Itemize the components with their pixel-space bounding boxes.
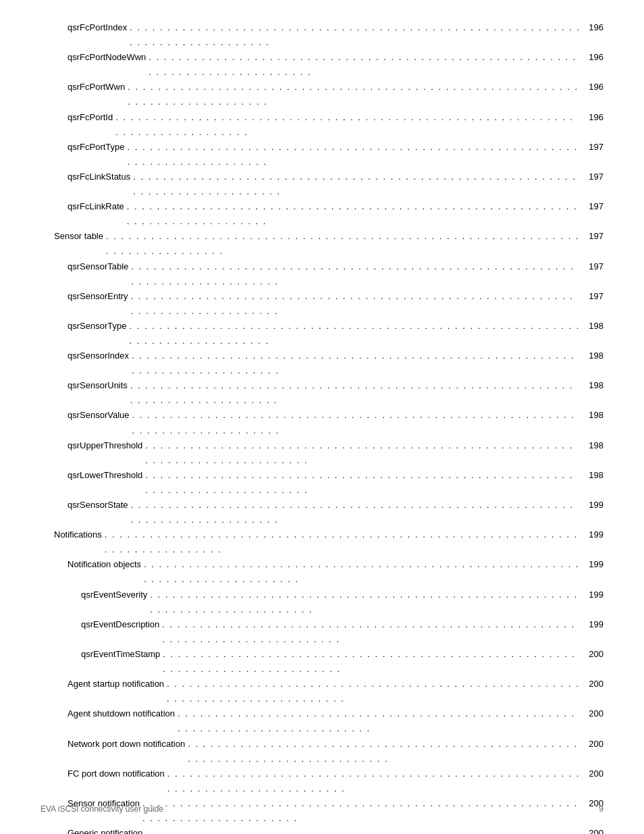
- toc-entry: FC port down notification . . . . . . . …: [41, 766, 603, 796]
- toc-entry-label: FC port down notification: [68, 766, 165, 781]
- toc-entry-label: qsrSensorTable: [68, 259, 128, 274]
- toc-entry-dots: . . . . . . . . . . . . . . . . . . . . …: [162, 617, 581, 647]
- toc-entry-label: qsrEventDescription: [81, 617, 159, 632]
- toc-entry-page: 200: [583, 647, 603, 662]
- toc-entry-label: qsrFcPortNodeWwn: [68, 50, 146, 65]
- toc-entry-label: qsrFcPortId: [68, 110, 113, 125]
- toc-entry-page: 197: [583, 289, 603, 304]
- toc-entry-page: 199: [583, 617, 603, 632]
- toc-entry-page: 196: [583, 20, 603, 35]
- toc-entry-label: qsrSensorEntry: [68, 289, 128, 304]
- toc-entry-dots: . . . . . . . . . . . . . . . . . . . . …: [129, 319, 581, 348]
- toc-entry-label: qsrFcLinkRate: [68, 199, 124, 214]
- toc-entry: Notifications . . . . . . . . . . . . . …: [41, 527, 603, 557]
- toc-entry: qsrFcPortWwn . . . . . . . . . . . . . .…: [41, 80, 603, 109]
- toc-entry-page: 197: [583, 199, 603, 214]
- toc-entry: qsrFcPortIndex . . . . . . . . . . . . .…: [41, 20, 603, 50]
- toc-entry-dots: . . . . . . . . . . . . . . . . . . . . …: [130, 378, 581, 408]
- toc-entry: qsrSensorEntry . . . . . . . . . . . . .…: [41, 289, 603, 319]
- toc-entry-dots: . . . . . . . . . . . . . . . . . . . . …: [163, 647, 581, 677]
- toc-entry: qsrSensorTable . . . . . . . . . . . . .…: [41, 259, 603, 289]
- toc-entry-dots: . . . . . . . . . . . . . . . . . . . . …: [145, 438, 581, 468]
- toc-entry-page: 197: [583, 140, 603, 155]
- toc-entry-dots: . . . . . . . . . . . . . . . . . . . . …: [132, 348, 581, 378]
- toc-entry-label: Notification objects: [68, 557, 141, 572]
- toc-initial-entries: qsrFcPortIndex . . . . . . . . . . . . .…: [41, 20, 603, 834]
- toc-entry: Agent shutdown notification . . . . . . …: [41, 706, 603, 736]
- toc-entry-label: qsrLowerThreshold: [68, 468, 142, 483]
- toc-entry-label: qsrFcPortIndex: [68, 20, 127, 35]
- toc-entry-page: 199: [583, 527, 603, 542]
- toc-entry: Notification objects . . . . . . . . . .…: [41, 557, 603, 587]
- page-footer: EVA iSCSI connectivity user guide 9: [0, 804, 644, 814]
- toc-entry-label: Agent shutdown notification: [68, 706, 175, 721]
- toc-entry-label: qsrEventTimeStamp: [81, 647, 160, 662]
- toc-entry-label: Notifications: [54, 527, 102, 542]
- toc-entry: qsrSensorUnits . . . . . . . . . . . . .…: [41, 378, 603, 408]
- toc-entry-page: 200: [583, 706, 603, 721]
- toc-entry: qsrSensorState . . . . . . . . . . . . .…: [41, 498, 603, 527]
- toc-entry-label: qsrSensorType: [68, 319, 126, 334]
- toc-entry-page: 196: [583, 110, 603, 125]
- footer-page: 9: [599, 804, 603, 814]
- toc-entry-dots: . . . . . . . . . . . . . . . . . . . . …: [145, 468, 581, 498]
- toc-entry: Agent startup notification . . . . . . .…: [41, 677, 603, 706]
- toc-entry-label: qsrFcPortWwn: [68, 80, 125, 95]
- toc-entry-dots: . . . . . . . . . . . . . . . . . . . . …: [131, 289, 581, 319]
- toc-entry: qsrFcPortType . . . . . . . . . . . . . …: [41, 140, 603, 170]
- toc-entry-dots: . . . . . . . . . . . . . . . . . . . . …: [188, 737, 581, 766]
- toc-entry-dots: . . . . . . . . . . . . . . . . . . . . …: [150, 588, 581, 617]
- toc-entry-page: 197: [583, 259, 603, 274]
- toc-entry-label: qsrFcLinkStatus: [68, 170, 130, 184]
- toc-entry-page: 198: [583, 378, 603, 393]
- toc-entry: Network port down notification . . . . .…: [41, 737, 603, 766]
- toc-entry-label: Agent startup notification: [68, 677, 164, 692]
- toc-entry: Generic notification . . . . . . . . . .…: [41, 826, 603, 834]
- toc-entry-page: 200: [583, 737, 603, 752]
- toc-entry-dots: . . . . . . . . . . . . . . . . . . . . …: [115, 110, 581, 140]
- toc-entry-dots: . . . . . . . . . . . . . . . . . . . . …: [167, 766, 581, 796]
- toc-entry-dots: . . . . . . . . . . . . . . . . . . . . …: [105, 527, 581, 557]
- toc-entry-page: 200: [583, 826, 603, 834]
- toc-entry: qsrFcPortNodeWwn . . . . . . . . . . . .…: [41, 50, 603, 80]
- toc-entry: qsrSensorType . . . . . . . . . . . . . …: [41, 319, 603, 348]
- toc-entry: qsrFcLinkRate . . . . . . . . . . . . . …: [41, 199, 603, 229]
- toc-entry-label: Sensor table: [54, 229, 103, 244]
- footer-title: EVA iSCSI connectivity user guide: [41, 804, 163, 814]
- toc-entry-dots: . . . . . . . . . . . . . . . . . . . . …: [128, 140, 581, 170]
- toc-entry-page: 196: [583, 80, 603, 95]
- toc-entry: qsrFcLinkStatus . . . . . . . . . . . . …: [41, 170, 603, 199]
- toc-entry-label: Generic notification: [68, 826, 142, 834]
- toc-entry-page: 198: [583, 438, 603, 453]
- toc-entry-dots: . . . . . . . . . . . . . . . . . . . . …: [145, 826, 581, 834]
- toc-entry-label: qsrFcPortType: [68, 140, 125, 155]
- toc-entry-dots: . . . . . . . . . . . . . . . . . . . . …: [128, 80, 581, 109]
- toc-entry: qsrUpperThreshold . . . . . . . . . . . …: [41, 438, 603, 468]
- toc-entry-page: 198: [583, 468, 603, 483]
- toc-entry-dots: . . . . . . . . . . . . . . . . . . . . …: [149, 50, 581, 80]
- toc-entry-label: qsrUpperThreshold: [68, 438, 142, 453]
- toc-entry: qsrSensorValue . . . . . . . . . . . . .…: [41, 408, 603, 438]
- toc-entry: qsrLowerThreshold . . . . . . . . . . . …: [41, 468, 603, 498]
- toc-entry: qsrSensorIndex . . . . . . . . . . . . .…: [41, 348, 603, 378]
- toc-entry-dots: . . . . . . . . . . . . . . . . . . . . …: [178, 706, 581, 736]
- toc-entry-dots: . . . . . . . . . . . . . . . . . . . . …: [106, 229, 581, 259]
- toc-entry-label: qsrSensorIndex: [68, 348, 129, 363]
- toc-entry-page: 196: [583, 50, 603, 65]
- toc-entry-page: 199: [583, 498, 603, 513]
- toc-entry-page: 199: [583, 557, 603, 572]
- toc-entry-label: qsrEventSeverity: [81, 588, 147, 602]
- toc-entry-dots: . . . . . . . . . . . . . . . . . . . . …: [133, 170, 581, 199]
- toc-entry: Sensor table . . . . . . . . . . . . . .…: [41, 229, 603, 259]
- toc-entry-label: qsrSensorUnits: [68, 378, 128, 393]
- toc-entry-label: Network port down notification: [68, 737, 185, 752]
- toc-entry-page: 199: [583, 588, 603, 602]
- toc-entry-page: 198: [583, 319, 603, 334]
- toc-entry-page: 197: [583, 229, 603, 244]
- toc-entry-page: 197: [583, 170, 603, 184]
- toc-entry-dots: . . . . . . . . . . . . . . . . . . . . …: [131, 259, 581, 289]
- toc-entry-page: 198: [583, 348, 603, 363]
- toc-entry-label: qsrSensorValue: [68, 408, 130, 423]
- toc-entry: qsrEventDescription . . . . . . . . . . …: [41, 617, 603, 647]
- toc-entry-dots: . . . . . . . . . . . . . . . . . . . . …: [130, 20, 581, 50]
